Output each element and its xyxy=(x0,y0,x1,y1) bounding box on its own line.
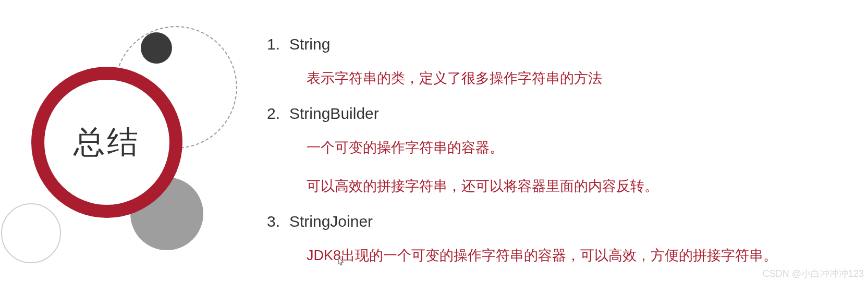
summary-ring: 总结 xyxy=(31,67,182,218)
item-block-1: 1. String 表示字符串的类，定义了很多操作字符串的方法 xyxy=(261,35,860,91)
summary-title: 总结 xyxy=(74,121,140,164)
decoration-area: 总结 xyxy=(0,0,261,282)
watermark: CSDN @小白冲冲冲123 xyxy=(763,267,864,280)
item-number: 2. xyxy=(261,105,284,122)
item-desc: 一个可变的操作字符串的容器。 xyxy=(307,135,860,161)
item-desc: JDK8出现的一个可变的操作字符串的容器，可以高效，方便的拼接字符串。 xyxy=(307,243,860,268)
item-desc: 表示字符串的类，定义了很多操作字符串的方法 xyxy=(307,66,860,91)
item-block-2: 2. StringBuilder 一个可变的操作字符串的容器。 可以高效的拼接字… xyxy=(261,105,860,199)
item-number: 3. xyxy=(261,213,284,230)
outline-circle-decoration xyxy=(1,203,61,263)
item-title: String xyxy=(284,35,330,53)
cursor-icon xyxy=(338,257,345,268)
item-desc: 可以高效的拼接字符串，还可以将容器里面的内容反转。 xyxy=(307,174,860,199)
summary-ring-inner: 总结 xyxy=(44,80,169,205)
content-area: 1. String 表示字符串的类，定义了很多操作字符串的方法 2. Strin… xyxy=(261,35,860,281)
item-title: StringBuilder xyxy=(284,105,379,122)
item-heading-1: 1. String xyxy=(261,35,860,53)
item-block-3: 3. StringJoiner JDK8出现的一个可变的操作字符串的容器，可以高… xyxy=(261,213,860,268)
item-heading-2: 2. StringBuilder xyxy=(261,105,860,122)
item-title: StringJoiner xyxy=(284,213,373,230)
dark-dot-decoration xyxy=(141,32,172,64)
item-heading-3: 3. StringJoiner xyxy=(261,213,860,230)
item-number: 1. xyxy=(261,35,284,53)
